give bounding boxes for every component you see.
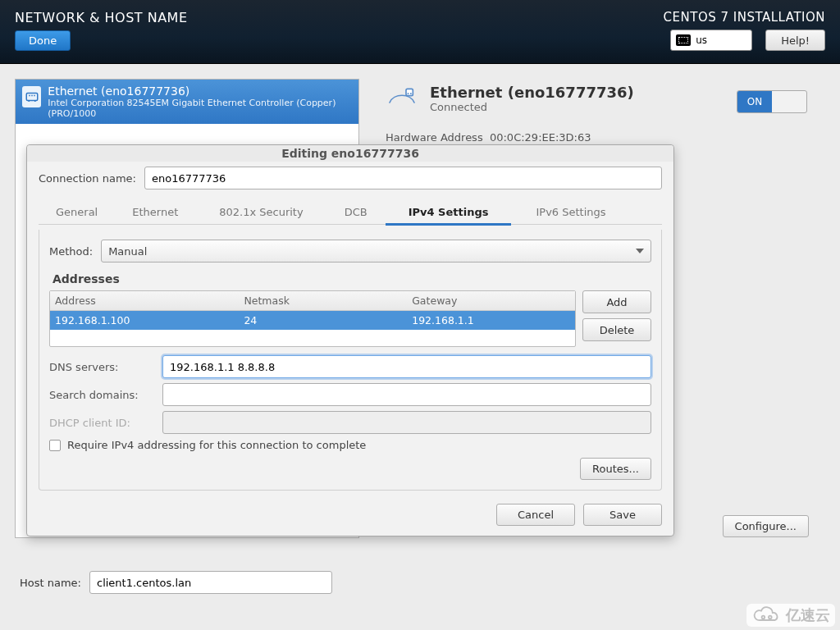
search-domains-input[interactable] bbox=[162, 383, 651, 406]
dhcp-client-id-input bbox=[162, 411, 651, 434]
col-gateway: Gateway bbox=[407, 291, 575, 310]
keyboard-layout-label: us bbox=[696, 34, 707, 46]
tab-general[interactable]: General bbox=[39, 199, 115, 225]
hostname-input[interactable] bbox=[89, 571, 332, 594]
tab-ipv6-settings[interactable]: IPv6 Settings bbox=[512, 199, 629, 225]
add-address-button[interactable]: Add bbox=[582, 290, 651, 313]
installer-topbar: NETWORK & HOST NAME Done CENTOS 7 INSTAL… bbox=[0, 0, 840, 64]
tab-dcb[interactable]: DCB bbox=[327, 199, 385, 225]
col-address: Address bbox=[50, 291, 239, 310]
hostname-label: Host name: bbox=[20, 577, 81, 589]
dns-servers-label: DNS servers: bbox=[49, 361, 154, 373]
dialog-tabs: General Ethernet 802.1x Security DCB IPv… bbox=[39, 198, 662, 225]
tab-ethernet[interactable]: Ethernet bbox=[115, 199, 195, 225]
interface-detail-status: Connected bbox=[430, 101, 634, 113]
require-ipv4-row[interactable]: Require IPv4 addressing for this connect… bbox=[49, 439, 651, 451]
watermark-text: 亿速云 bbox=[786, 605, 830, 625]
cloud-icon bbox=[751, 606, 781, 624]
hw-address-label: Hardware Address bbox=[386, 131, 483, 144]
routes-button[interactable]: Routes... bbox=[580, 458, 651, 480]
require-ipv4-checkbox[interactable] bbox=[49, 440, 61, 451]
address-row[interactable]: 192.168.1.100 24 192.168.1.1 bbox=[50, 311, 575, 330]
svg-point-3 bbox=[769, 616, 772, 619]
method-value: Manual bbox=[108, 245, 147, 258]
save-button[interactable]: Save bbox=[583, 504, 662, 526]
svg-rect-1 bbox=[406, 89, 413, 95]
svg-rect-0 bbox=[26, 94, 38, 101]
done-button[interactable]: Done bbox=[15, 30, 71, 51]
delete-address-button[interactable]: Delete bbox=[582, 318, 651, 341]
interface-toggle[interactable]: ON bbox=[737, 90, 807, 113]
dialog-buttons: Cancel Save bbox=[27, 495, 673, 536]
toggle-on-label: ON bbox=[737, 91, 772, 112]
installer-title: CENTOS 7 INSTALLATION bbox=[664, 10, 825, 25]
tab-8021x-security[interactable]: 802.1x Security bbox=[195, 199, 326, 225]
hostname-row: Host name: bbox=[20, 571, 332, 594]
configure-button[interactable]: Configure... bbox=[723, 515, 809, 537]
hw-address-value: 00:0C:29:EE:3D:63 bbox=[490, 131, 591, 144]
cancel-button[interactable]: Cancel bbox=[496, 504, 575, 526]
edit-connection-dialog: Editing eno16777736 Connection name: Gen… bbox=[26, 144, 674, 536]
method-combo[interactable]: Manual bbox=[101, 240, 651, 262]
keyboard-icon bbox=[676, 34, 691, 46]
method-label: Method: bbox=[49, 245, 93, 258]
ethernet-icon bbox=[22, 86, 41, 107]
require-ipv4-label: Require IPv4 addressing for this connect… bbox=[67, 439, 366, 451]
dhcp-client-id-label: DHCP client ID: bbox=[49, 417, 154, 429]
toggle-off-side bbox=[772, 91, 806, 112]
address-row-empty[interactable] bbox=[50, 330, 575, 346]
cell-address: 192.168.1.100 bbox=[50, 311, 239, 330]
tab-ipv4-settings[interactable]: IPv4 Settings bbox=[385, 199, 513, 225]
chevron-down-icon bbox=[636, 249, 644, 253]
topbar-right: CENTOS 7 INSTALLATION us Help! bbox=[664, 10, 825, 51]
addresses-table[interactable]: Address Netmask Gateway 192.168.1.100 24… bbox=[49, 290, 576, 347]
help-button[interactable]: Help! bbox=[765, 30, 825, 51]
ethernet-large-icon bbox=[386, 82, 418, 115]
connection-name-input[interactable] bbox=[144, 167, 662, 189]
addresses-heading: Addresses bbox=[52, 272, 651, 285]
search-domains-label: Search domains: bbox=[49, 389, 154, 401]
connection-name-label: Connection name: bbox=[39, 172, 136, 185]
interface-list-item[interactable]: Ethernet (eno16777736) Intel Corporation… bbox=[16, 80, 358, 124]
interface-detail-title: Ethernet (eno16777736) bbox=[430, 84, 634, 101]
svg-point-2 bbox=[762, 616, 765, 619]
interface-title: Ethernet (eno16777736) bbox=[48, 84, 352, 98]
addresses-header: Address Netmask Gateway bbox=[50, 291, 575, 311]
cell-netmask: 24 bbox=[239, 311, 407, 330]
dialog-title: Editing eno16777736 bbox=[27, 145, 673, 162]
watermark: 亿速云 bbox=[746, 604, 835, 627]
interface-subtitle: Intel Corporation 82545EM Gigabit Ethern… bbox=[48, 98, 352, 119]
spoke-title: NETWORK & HOST NAME bbox=[15, 10, 188, 25]
keyboard-layout-indicator[interactable]: us bbox=[670, 30, 752, 51]
col-netmask: Netmask bbox=[239, 291, 407, 310]
dns-servers-input[interactable] bbox=[162, 355, 651, 378]
ipv4-panel: Method: Manual Addresses Address Netmask… bbox=[39, 230, 662, 491]
topbar-left: NETWORK & HOST NAME Done bbox=[15, 10, 188, 51]
cell-gateway: 192.168.1.1 bbox=[407, 311, 575, 330]
